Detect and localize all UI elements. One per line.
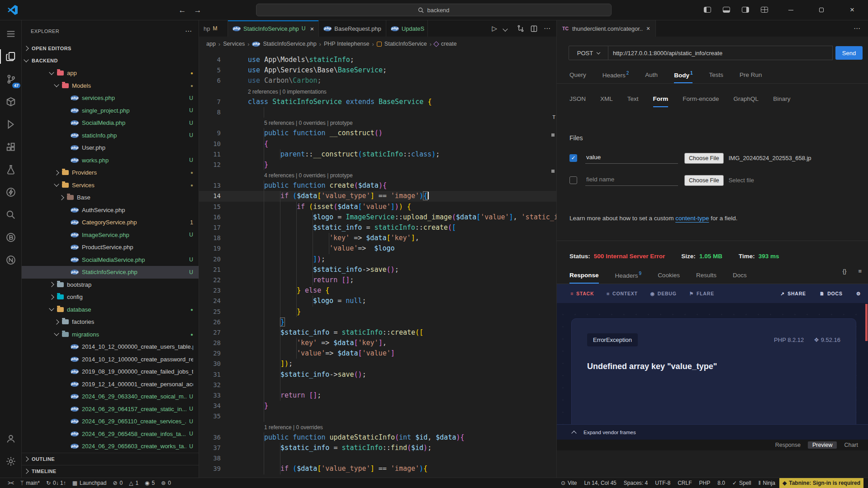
statusbar-info-count[interactable]: ◉5 bbox=[142, 478, 158, 488]
request-tab-tests[interactable]: Tests bbox=[709, 71, 723, 83]
statusbar-ports[interactable]: ⊚0 bbox=[158, 478, 174, 488]
source-control-icon[interactable]: 47 bbox=[0, 69, 22, 89]
tree-item-app[interactable]: app● bbox=[22, 67, 199, 80]
statusbar-tabnine[interactable]: ◆Tabnine: Sign-in is required bbox=[779, 478, 863, 488]
explorer-icon[interactable] bbox=[0, 47, 22, 66]
package-icon[interactable] bbox=[0, 92, 22, 112]
statusbar-warnings[interactable]: △1 bbox=[126, 478, 142, 488]
breadcrumb-item[interactable]: StaticInfoService bbox=[384, 41, 427, 47]
code-line-36[interactable]: 36public function updateStaticInfo(int $… bbox=[199, 432, 556, 443]
tree-item-base[interactable]: Base bbox=[22, 191, 199, 204]
code-line-17[interactable]: 17$static_info = staticInfo::create([ bbox=[199, 223, 556, 233]
section-timeline[interactable]: TIMELINE bbox=[22, 465, 199, 478]
format-json-icon[interactable]: {} bbox=[843, 268, 847, 275]
body-tab-xml[interactable]: XML bbox=[600, 95, 613, 107]
tree-item-staticinfo-php[interactable]: phpstaticInfo.phpU bbox=[22, 129, 199, 142]
code-line-11[interactable]: 11parent::__construct(staticInfo::class)… bbox=[199, 149, 556, 160]
view-switch-chart[interactable]: Chart bbox=[840, 441, 862, 449]
tree-item-socialmedia-php[interactable]: phpSocialMedia.phpU bbox=[22, 117, 199, 129]
body-tab-form[interactable]: Form bbox=[653, 95, 669, 107]
tree-item-user-php[interactable]: phpUser.php bbox=[22, 142, 199, 154]
body-tab-text[interactable]: Text bbox=[627, 95, 639, 107]
editor-tab-updates[interactable]: phpUpdateS bbox=[386, 20, 428, 37]
code-line-19[interactable]: 19'value'=> $logo bbox=[199, 243, 556, 254]
code-line-26[interactable]: 26} bbox=[199, 317, 556, 327]
code-line-18[interactable]: 18'key' => $data['key'], bbox=[199, 233, 556, 243]
tree-item-2014-10-12-100000-create-password-res-[interactable]: php2014_10_12_100000_create_password_res… bbox=[22, 353, 199, 366]
run-debug-icon[interactable] bbox=[0, 114, 22, 134]
view-switch-response[interactable]: Response bbox=[772, 441, 804, 449]
explorer-more-icon[interactable]: ⋯ bbox=[185, 27, 192, 35]
codelens-row[interactable]: 5 references | 0 overrides | prototype bbox=[199, 118, 556, 128]
statusbar-launchpad[interactable]: ▦Launchpad bbox=[69, 478, 110, 488]
code-line-25[interactable]: 25} bbox=[199, 307, 556, 317]
command-center-search[interactable]: backend bbox=[256, 4, 612, 16]
code-line-8[interactable]: 8 bbox=[199, 107, 556, 118]
codelens-row[interactable]: 1 reference | 0 overrides bbox=[199, 422, 556, 432]
code-line-13[interactable]: 13public function create($data){ bbox=[199, 180, 556, 191]
code-line-12[interactable]: 12} bbox=[199, 160, 556, 170]
toggle-primary-sidebar-icon[interactable] bbox=[704, 7, 711, 13]
tree-item-2024-06-29-063340-create-soical-m-[interactable]: php2024_06_29_063340_create_soical_m...U bbox=[22, 390, 199, 403]
view-switch-preview[interactable]: Preview bbox=[808, 441, 837, 449]
tree-item-providers[interactable]: Providers● bbox=[22, 166, 199, 179]
statusbar-git-branch[interactable]: ᛘmain* bbox=[17, 478, 43, 488]
tree-item-database[interactable]: database● bbox=[22, 303, 199, 316]
body-tab-json[interactable]: JSON bbox=[569, 95, 586, 107]
response-tab-headers[interactable]: Headers9 bbox=[615, 271, 642, 284]
code-line-30[interactable]: 30]); bbox=[199, 359, 556, 369]
statusbar-eol[interactable]: CRLF bbox=[674, 478, 695, 488]
tree-item-productservice-php[interactable]: phpProductService.php bbox=[22, 241, 199, 254]
section-open-editors[interactable]: OPEN EDITORS bbox=[22, 42, 199, 55]
request-tab-pre-run[interactable]: Pre Run bbox=[740, 71, 762, 83]
extensions-icon[interactable] bbox=[0, 137, 22, 157]
flare-tab-debug[interactable]: ◉DEBUG bbox=[650, 291, 677, 296]
response-tab-results[interactable]: Results bbox=[696, 272, 716, 284]
choose-file-button[interactable]: Choose File bbox=[684, 153, 724, 164]
editor-tab-baserequest-php[interactable]: phpBaseRequest.php bbox=[319, 20, 386, 37]
code-line-20[interactable]: 20]); bbox=[199, 254, 556, 265]
field-name-input[interactable]: field name bbox=[585, 175, 678, 186]
breadcrumb-item[interactable]: app bbox=[206, 41, 216, 47]
statusbar-remote-indicator[interactable]: >< bbox=[5, 478, 17, 488]
minimize-button[interactable] bbox=[780, 0, 801, 20]
tree-item-2019-08-19-000000-create-failed-jobs-ta-[interactable]: php2019_08_19_000000_create_failed_jobs_… bbox=[22, 365, 199, 378]
code-line-32[interactable]: 32 bbox=[199, 380, 556, 390]
code-line-35[interactable]: 35 bbox=[199, 411, 556, 422]
statusbar-sync[interactable]: ↻0↓ 1↑ bbox=[43, 478, 69, 488]
maximize-button[interactable] bbox=[811, 0, 832, 20]
code-line-15[interactable]: 15if (isset($data['value'])) { bbox=[199, 202, 556, 212]
code-line-31[interactable]: 31$static_info->save(); bbox=[199, 370, 556, 380]
code-line-14[interactable]: 14if ($data['value_type'] == 'image'){ bbox=[199, 191, 556, 201]
flare-tab-flare[interactable]: ⚑FLARE bbox=[689, 291, 714, 296]
tree-item-2024-06-29-065458-create-infos-ta-[interactable]: php2024_06_29_065458_create_infos_ta...U bbox=[22, 428, 199, 441]
tree-item-works-php[interactable]: phpworks.phpU bbox=[22, 154, 199, 167]
response-tab-response[interactable]: Response bbox=[569, 272, 599, 284]
statusbar-errors[interactable]: ⊘0 bbox=[109, 478, 126, 488]
nav-forward-icon[interactable]: → bbox=[192, 5, 204, 16]
response-tab-docs[interactable]: Docs bbox=[733, 272, 747, 284]
tree-item-authservice-php[interactable]: phpAuthService.php bbox=[22, 204, 199, 217]
code-line-27[interactable]: 27$static_info = staticInfo::create([ bbox=[199, 327, 556, 338]
extension-n-icon[interactable] bbox=[0, 250, 22, 270]
statusbar-php-version[interactable]: 8.0 bbox=[714, 478, 728, 488]
editor-tab-staticinfoservice-php[interactable]: phpStaticInfoService.phpU× bbox=[228, 20, 319, 37]
close-button[interactable]: × bbox=[842, 0, 863, 20]
response-menu-icon[interactable]: ≡ bbox=[858, 268, 862, 275]
tree-item-models[interactable]: Models● bbox=[22, 80, 199, 92]
code-editor[interactable]: 4use App\Models\staticInfo;5use App\Serv… bbox=[199, 51, 556, 478]
code-line-24[interactable]: 24$logo = null; bbox=[199, 296, 556, 306]
tree-item-2024-06-29-065603-create-works-ta-[interactable]: php2024_06_29_065603_create_works_ta...U bbox=[22, 440, 199, 453]
statusbar-indentation[interactable]: Spaces: 4 bbox=[621, 478, 651, 488]
testing-icon[interactable] bbox=[0, 160, 22, 180]
row-checkbox[interactable]: ✓ bbox=[569, 154, 577, 162]
code-line-5[interactable]: 5use App\Services\Base\BaseService; bbox=[199, 65, 556, 76]
code-line-37[interactable]: 37$static_info = staticInfo::find($id); bbox=[199, 443, 556, 453]
customize-layout-icon[interactable] bbox=[761, 7, 768, 13]
code-line-7[interactable]: 7class StaticInfoService extends BaseSer… bbox=[199, 97, 556, 107]
tree-item-imageservice-php[interactable]: phpImageService.phpU bbox=[22, 229, 199, 242]
tree-item-services[interactable]: Services● bbox=[22, 179, 199, 192]
settings-gear-icon[interactable] bbox=[0, 451, 22, 471]
code-line-10[interactable]: 10{ bbox=[199, 139, 556, 149]
menu-icon[interactable] bbox=[0, 24, 22, 44]
